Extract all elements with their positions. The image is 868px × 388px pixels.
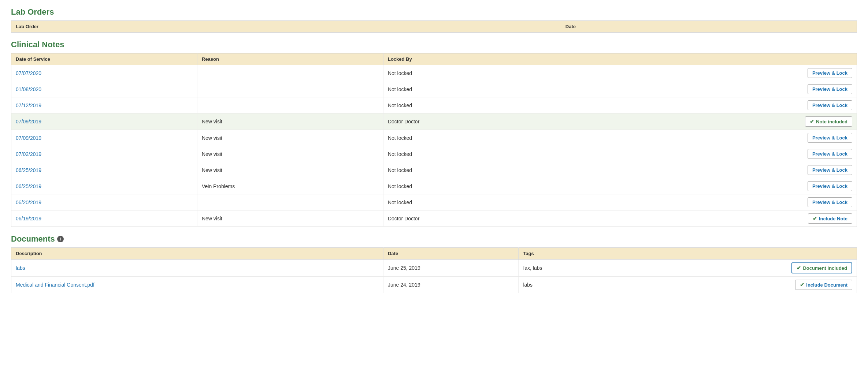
include-note-button[interactable]: ✔ Include Note (808, 213, 852, 224)
doc-col-action-header (620, 248, 857, 260)
doc-col-desc-header: Description (11, 248, 383, 260)
checkmark-icon: ✔ (810, 119, 814, 124)
cn-col-dos-header: Date of Service (11, 53, 197, 65)
clinical-note-action: ✔ Include Note (603, 210, 857, 227)
checkmark-icon: ✔ (813, 216, 817, 221)
clinical-note-row: 06/25/2019Vein ProblemsNot lockedPreview… (11, 178, 857, 194)
clinical-note-locked-by: Not locked (383, 97, 603, 113)
clinical-note-action: Preview & Lock (603, 194, 857, 210)
checkmark-icon: ✔ (800, 282, 804, 288)
preview-lock-button[interactable]: Preview & Lock (808, 149, 852, 159)
document-action: ✔ Document included (620, 260, 857, 277)
clinical-note-reason: New visit (197, 130, 383, 146)
note-included-button[interactable]: ✔ Note included (805, 116, 852, 127)
clinical-note-date-link[interactable]: 01/08/2020 (16, 86, 41, 92)
document-row: Medical and Financial Consent.pdfJune 24… (11, 277, 857, 293)
clinical-note-action: Preview & Lock (603, 97, 857, 113)
clinical-note-reason (197, 194, 383, 210)
clinical-note-locked-by: Doctor Doctor (383, 113, 603, 130)
clinical-note-locked-by: Not locked (383, 130, 603, 146)
clinical-notes-table: Date of Service Reason Locked By 07/07/2… (11, 53, 857, 227)
clinical-note-locked-by: Not locked (383, 65, 603, 81)
cn-col-action-header (603, 53, 857, 65)
clinical-note-date-link[interactable]: 06/19/2019 (16, 216, 41, 221)
clinical-note-row: 07/09/2019New visitDoctor Doctor✔ Note i… (11, 113, 857, 130)
clinical-note-action: Preview & Lock (603, 65, 857, 81)
lab-order-action-col-header (730, 21, 857, 33)
preview-lock-button[interactable]: Preview & Lock (808, 197, 852, 207)
documents-table: Description Date Tags labsJune 25, 2019f… (11, 247, 857, 293)
clinical-note-action: ✔ Note included (603, 113, 857, 130)
clinical-note-row: 06/20/2019Not lockedPreview & Lock (11, 194, 857, 210)
clinical-note-reason (197, 97, 383, 113)
preview-lock-button[interactable]: Preview & Lock (808, 84, 852, 94)
documents-info-icon[interactable]: i (57, 236, 64, 242)
clinical-note-action: Preview & Lock (603, 146, 857, 162)
clinical-note-date-link[interactable]: 06/20/2019 (16, 199, 41, 205)
clinical-note-action: Preview & Lock (603, 130, 857, 146)
document-row: labsJune 25, 2019fax, labs✔ Document inc… (11, 260, 857, 277)
clinical-note-locked-by: Doctor Doctor (383, 210, 603, 227)
clinical-note-locked-by: Not locked (383, 162, 603, 178)
clinical-note-reason: New visit (197, 162, 383, 178)
clinical-note-row: 06/19/2019New visitDoctor Doctor✔ Includ… (11, 210, 857, 227)
lab-orders-table: Lab Order Date (11, 20, 857, 33)
cn-col-locked-header: Locked By (383, 53, 603, 65)
clinical-note-row: 07/12/2019Not lockedPreview & Lock (11, 97, 857, 113)
clinical-note-row: 01/08/2020Not lockedPreview & Lock (11, 81, 857, 97)
clinical-note-locked-by: Not locked (383, 178, 603, 194)
include-document-button[interactable]: ✔ Include Document (795, 280, 852, 290)
clinical-note-row: 06/25/2019New visitNot lockedPreview & L… (11, 162, 857, 178)
clinical-note-row: 07/09/2019New visitNot lockedPreview & L… (11, 130, 857, 146)
clinical-note-row: 07/02/2019New visitNot lockedPreview & L… (11, 146, 857, 162)
doc-col-date-header: Date (383, 248, 518, 260)
clinical-note-date-link[interactable]: 07/07/2020 (16, 70, 41, 76)
preview-lock-button[interactable]: Preview & Lock (808, 133, 852, 143)
checkmark-icon: ✔ (797, 265, 801, 271)
document-description-link[interactable]: labs (16, 265, 25, 271)
cn-col-reason-header: Reason (197, 53, 383, 65)
document-date: June 24, 2019 (383, 277, 518, 293)
clinical-note-reason (197, 65, 383, 81)
clinical-note-locked-by: Not locked (383, 81, 603, 97)
clinical-note-reason (197, 81, 383, 97)
documents-section-header: Documents i (11, 234, 857, 244)
document-tags: fax, labs (519, 260, 620, 277)
clinical-note-reason: New visit (197, 113, 383, 130)
clinical-notes-title: Clinical Notes (11, 40, 857, 49)
document-tags: labs (519, 277, 620, 293)
clinical-note-reason: New visit (197, 210, 383, 227)
document-date: June 25, 2019 (383, 260, 518, 277)
clinical-note-date-link[interactable]: 06/25/2019 (16, 167, 41, 173)
clinical-note-date-link[interactable]: 06/25/2019 (16, 183, 41, 189)
clinical-note-action: Preview & Lock (603, 162, 857, 178)
clinical-note-action: Preview & Lock (603, 178, 857, 194)
document-included-button[interactable]: ✔ Document included (791, 262, 852, 273)
preview-lock-button[interactable]: Preview & Lock (808, 181, 852, 191)
clinical-note-reason: New visit (197, 146, 383, 162)
preview-lock-button[interactable]: Preview & Lock (808, 165, 852, 175)
documents-title: Documents (11, 234, 55, 244)
clinical-note-date-link[interactable]: 07/09/2019 (16, 119, 41, 124)
clinical-note-date-link[interactable]: 07/02/2019 (16, 151, 41, 157)
document-action: ✔ Include Document (620, 277, 857, 293)
preview-lock-button[interactable]: Preview & Lock (808, 68, 852, 78)
lab-order-date-col-header: Date (561, 21, 730, 33)
clinical-note-locked-by: Not locked (383, 146, 603, 162)
doc-col-tags-header: Tags (519, 248, 620, 260)
document-description-link[interactable]: Medical and Financial Consent.pdf (16, 282, 94, 288)
clinical-note-row: 07/07/2020Not lockedPreview & Lock (11, 65, 857, 81)
clinical-note-date-link[interactable]: 07/09/2019 (16, 135, 41, 141)
lab-order-col-header: Lab Order (11, 21, 561, 33)
clinical-note-reason: Vein Problems (197, 178, 383, 194)
clinical-note-action: Preview & Lock (603, 81, 857, 97)
lab-orders-title: Lab Orders (11, 7, 857, 17)
clinical-note-date-link[interactable]: 07/12/2019 (16, 102, 41, 108)
clinical-note-locked-by: Not locked (383, 194, 603, 210)
preview-lock-button[interactable]: Preview & Lock (808, 100, 852, 110)
